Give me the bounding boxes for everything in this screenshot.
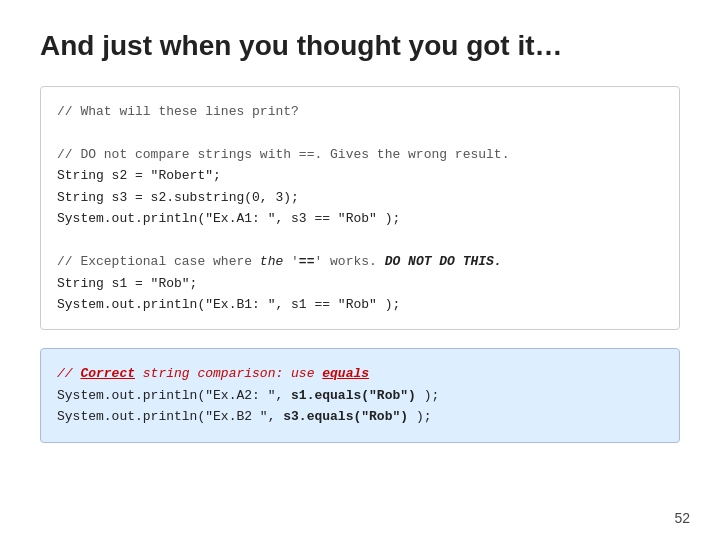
code-comment-2: // DO not compare strings with ==. Gives… <box>57 147 509 162</box>
code-line-3: System.out.println("Ex.A1: ", s3 == "Rob… <box>57 211 400 226</box>
page-number: 52 <box>674 510 690 526</box>
code-line-1: String s2 = "Robert"; <box>57 168 221 183</box>
code-comment-correct: // Correct string comparison: use equals <box>57 366 369 381</box>
code-box-1: // What will these lines print? // DO no… <box>40 86 680 330</box>
slide-title: And just when you thought you got it… <box>40 30 680 62</box>
slide-container: And just when you thought you got it… //… <box>0 0 720 540</box>
code-line-7: System.out.println("Ex.B2 ", s3.equals("… <box>57 409 431 424</box>
code-line-2: String s3 = s2.substring(0, 3); <box>57 190 299 205</box>
code-box-2: // Correct string comparison: use equals… <box>40 348 680 442</box>
code-comment-3: // Exceptional case where the '==' works… <box>57 254 502 269</box>
code-line-5: System.out.println("Ex.B1: ", s1 == "Rob… <box>57 297 400 312</box>
code-line-6: System.out.println("Ex.A2: ", s1.equals(… <box>57 388 439 403</box>
code-comment-1: // What will these lines print? <box>57 104 299 119</box>
code-line-4: String s1 = "Rob"; <box>57 276 197 291</box>
